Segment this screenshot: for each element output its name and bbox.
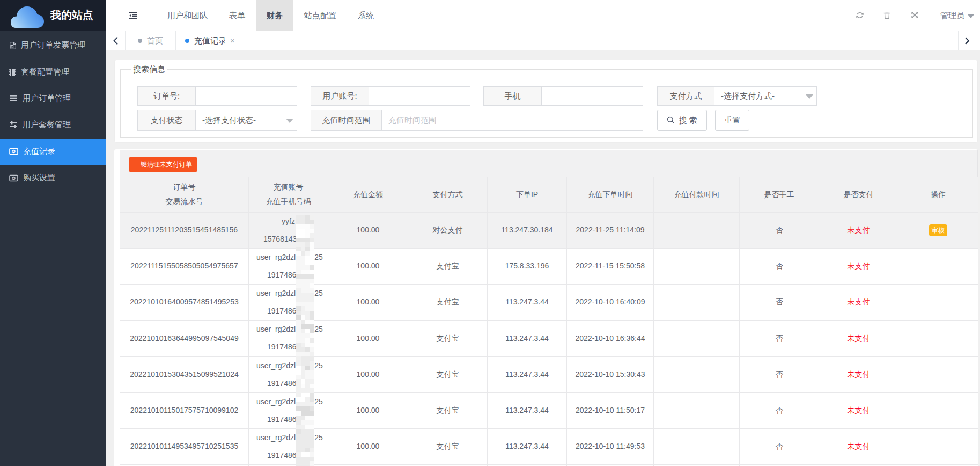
svg-text:0: 0	[13, 176, 15, 180]
svg-text:0: 0	[13, 150, 15, 154]
